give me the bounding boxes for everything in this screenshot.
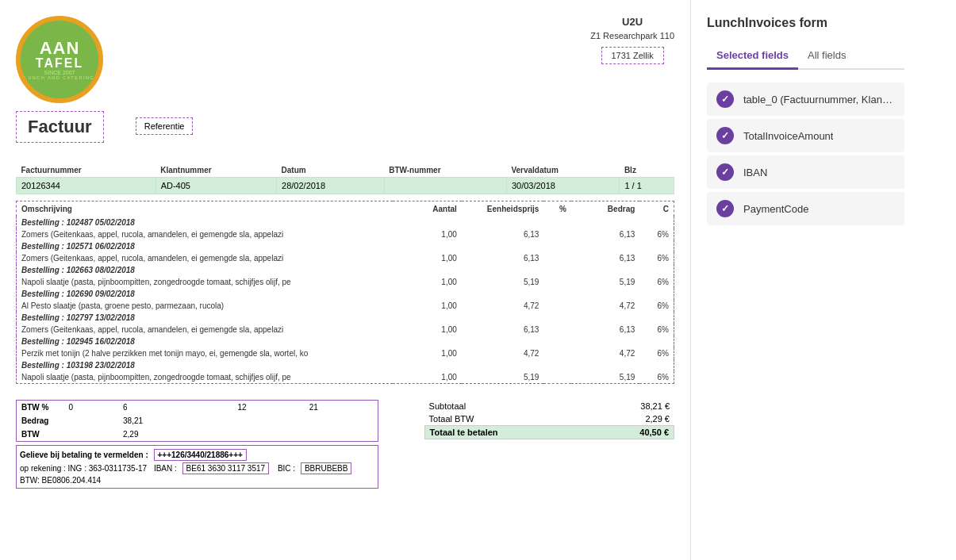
item-prijs: 5,19 <box>462 276 544 288</box>
tabs: Selected fields All fields <box>707 43 904 70</box>
totaal-betalen-row: Totaal te betalen 40,50 € <box>424 425 674 439</box>
item-aantal: 1,00 <box>393 371 461 384</box>
field-label: table_0 (Factuurnummer, Klantnumme... <box>743 94 895 105</box>
th-c: C <box>639 201 674 217</box>
field-label: PaymentCode <box>743 203 808 215</box>
item-bedrag: 4,72 <box>571 300 639 312</box>
btw-col6: 6 <box>118 401 233 415</box>
item-aantal: 1,00 <box>393 300 461 312</box>
item-pct <box>543 228 571 240</box>
item-prijs: 4,72 <box>462 300 544 312</box>
gelieve-label: Gelieve bij betaling te vermelden : <box>20 451 148 459</box>
field-item[interactable]: TotalInvoiceAmount <box>707 119 904 152</box>
item-prijs: 5,19 <box>462 371 544 384</box>
val-vervaldatum: 30/03/2018 <box>506 178 619 194</box>
payment-code: +++126/3440/21886+++ <box>154 449 247 461</box>
company-info: U2U Z1 Researchpark 110 1731 Zellik <box>590 16 674 64</box>
order-header-text: Bestelling : 102663 08/02/2018 <box>17 264 674 276</box>
val-blz: 1 / 1 <box>620 178 674 194</box>
table-row: Napoli slaatje (pasta, pijnboompitten, z… <box>17 276 674 288</box>
invoice-panel: AAN TAFEL SINCE 2007 LUNCH AND CATERING … <box>0 0 690 560</box>
payment-section: Gelieve bij betaling te vermelden : +++1… <box>16 445 378 489</box>
order-header-text: Bestelling : 102945 16/02/2018 <box>17 336 674 347</box>
order-header-row: Bestelling : 103198 23/02/2018 <box>17 359 674 371</box>
item-btw: 6% <box>639 300 674 312</box>
item-pct <box>543 371 571 384</box>
btw-table: BTW % 0 6 12 21 Bedrag 38,21 BTW <box>16 400 378 442</box>
order-header-text: Bestelling : 102690 09/02/2018 <box>17 288 674 300</box>
order-header-row: Bestelling : 102797 13/02/2018 <box>17 312 674 324</box>
item-aantal: 1,00 <box>393 347 461 359</box>
fields-list: table_0 (Factuurnummer, Klantnumme... To… <box>707 82 904 225</box>
item-desc: Al Pesto slaatje (pasta, groene pesto, p… <box>17 300 394 312</box>
item-btw: 6% <box>639 276 674 288</box>
logo-text-aan: AAN <box>25 40 94 57</box>
field-item[interactable]: IBAN <box>707 155 904 189</box>
th-omschrijving: Omschrijving <box>17 201 394 217</box>
item-desc: Perzik met tonijn (2 halve perzikken met… <box>17 347 394 359</box>
col-blz: Blz <box>620 163 674 178</box>
city-box: 1731 Zellik <box>601 47 664 64</box>
field-item[interactable]: PaymentCode <box>707 192 904 225</box>
table-row: Al Pesto slaatje (pasta, groene pesto, p… <box>17 300 674 312</box>
totals-section: Subtotaal 38,21 € Totaal BTW 2,29 € Tota… <box>424 400 674 439</box>
col-btwnummer: BTW-nummer <box>384 163 506 178</box>
item-aantal: 1,00 <box>393 228 461 240</box>
totaal-btw-row: Totaal BTW 2,29 € <box>424 412 674 425</box>
btw-col12: 12 <box>233 401 305 415</box>
field-check-icon <box>716 127 734 144</box>
col-datum: Datum <box>277 163 385 178</box>
items-table: Omschrijving Aantal Eenheidsprijs % Bedr… <box>16 201 674 384</box>
item-bedrag: 5,19 <box>571 276 639 288</box>
item-bedrag: 5,19 <box>571 371 639 384</box>
factuur-ref-row: Factuur Referentie <box>16 111 674 155</box>
bedrag-label: Bedrag <box>17 414 64 428</box>
factuur-title: Factuur <box>16 111 104 143</box>
btw-label: BTW <box>17 428 64 442</box>
order-header-row: Bestelling : 102945 16/02/2018 <box>17 336 674 347</box>
table-row: Zomers (Geitenkaas, appel, rucola, amand… <box>17 252 674 264</box>
val-klantnummer: AD-405 <box>155 178 276 194</box>
logo-since: SINCE 2007 <box>25 70 94 75</box>
item-desc: Napoli slaatje (pasta, pijnboompitten, z… <box>17 276 394 288</box>
order-header-row: Bestelling : 102663 08/02/2018 <box>17 264 674 276</box>
op-rekening: op rekening : ING : 363-0311735-17 IBAN … <box>20 462 374 474</box>
company-name: U2U <box>590 16 674 28</box>
bic-val: BBRUBEBB <box>301 462 351 474</box>
th-bedrag: Bedrag <box>571 201 639 217</box>
btw-section: BTW % 0 6 12 21 Bedrag 38,21 BTW <box>16 400 378 489</box>
col-factuurnummer: Factuurnummer <box>17 163 156 178</box>
table-row: Zomers (Geitenkaas, appel, rucola, amand… <box>17 228 674 240</box>
invoice-data-row: 20126344 AD-405 28/02/2018 30/03/2018 1 … <box>17 178 674 194</box>
order-header-text: Bestelling : 102571 06/02/2018 <box>17 240 674 252</box>
bic-label: BIC : <box>278 464 295 473</box>
field-label: TotalInvoiceAmount <box>743 130 833 142</box>
reference-box: Referentie <box>136 117 194 135</box>
table-row: Zomers (Geitenkaas, appel, rucola, amand… <box>17 324 674 336</box>
btw-val: 2,29 <box>118 428 233 442</box>
subtotaal-row: Subtotaal 38,21 € <box>424 400 674 412</box>
right-panel: LunchInvoices form Selected fields All f… <box>690 0 920 560</box>
tab-all-fields[interactable]: All fields <box>798 43 855 70</box>
field-check-icon <box>716 200 734 217</box>
iban-label: IBAN : <box>154 464 177 473</box>
item-pct <box>543 300 571 312</box>
totaal-betalen-val: 40,50 € <box>639 428 669 437</box>
field-label: IBAN <box>743 167 767 178</box>
item-pct <box>543 324 571 336</box>
logo-text-tafel: TAFEL <box>25 57 94 70</box>
item-bedrag: 6,13 <box>571 324 639 336</box>
tab-selected-fields[interactable]: Selected fields <box>707 43 798 70</box>
field-item[interactable]: table_0 (Factuurnummer, Klantnumme... <box>707 82 904 116</box>
val-datum: 28/02/2018 <box>277 178 385 194</box>
item-prijs: 6,13 <box>462 252 544 264</box>
bottom-section: BTW % 0 6 12 21 Bedrag 38,21 BTW <box>16 400 674 489</box>
table-row: Perzik met tonijn (2 halve perzikken met… <box>17 347 674 359</box>
item-btw: 6% <box>639 252 674 264</box>
btw-col0: 0 <box>64 401 119 415</box>
btw-pct-label: BTW % <box>17 401 64 415</box>
item-prijs: 6,13 <box>462 324 544 336</box>
col-klantnummer: Klantnummer <box>155 163 276 178</box>
item-btw: 6% <box>639 347 674 359</box>
op-rekening-text: op rekening : ING : 363-0311735-17 <box>20 464 147 473</box>
